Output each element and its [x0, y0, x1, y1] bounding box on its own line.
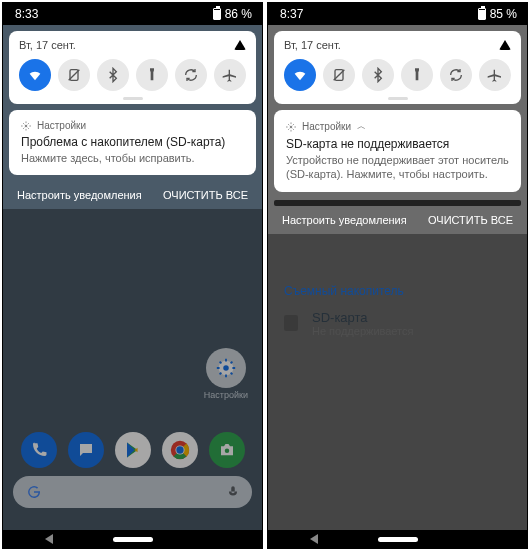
bluetooth-toggle[interactable]	[362, 59, 394, 91]
notification-card[interactable]: Настройки Проблема с накопителем (SD-кар…	[9, 110, 256, 175]
play-store-icon[interactable]	[115, 432, 151, 468]
rotate-toggle[interactable]	[440, 59, 472, 91]
qs-expand-handle[interactable]	[123, 97, 143, 100]
flashlight-toggle[interactable]	[401, 59, 433, 91]
svg-point-9	[176, 446, 183, 453]
status-time: 8:37	[280, 7, 303, 21]
clear-all-button[interactable]: ОЧИСТИТЬ ВСЕ	[163, 189, 248, 201]
manage-notifications-button[interactable]: Настроить уведомления	[282, 214, 407, 226]
home-app-label: Настройки	[204, 390, 248, 400]
wifi-toggle[interactable]	[284, 59, 316, 91]
phone-right: 8:37 85 % Вт, 17 сент. Настройки ︿ SD-ка…	[267, 2, 528, 549]
manage-notifications-button[interactable]: Настроить уведомления	[17, 189, 142, 201]
notification-actions: Настроить уведомления ОЧИСТИТЬ ВСЕ	[268, 206, 527, 234]
settings-app-icon	[21, 121, 31, 131]
svg-point-13	[290, 125, 293, 128]
nav-bar	[268, 530, 527, 548]
back-button[interactable]	[310, 534, 318, 544]
home-screen: Настройки	[3, 209, 262, 530]
notification-app-name: Настройки	[302, 121, 351, 132]
notification-body: Нажмите здесь, чтобы исправить.	[21, 151, 244, 165]
qs-expand-handle[interactable]	[388, 97, 408, 100]
bluetooth-toggle[interactable]	[97, 59, 129, 91]
status-battery: 85 %	[490, 7, 517, 21]
mic-icon[interactable]	[226, 485, 240, 499]
notification-actions: Настроить уведомления ОЧИСТИТЬ ВСЕ	[3, 181, 262, 209]
back-button[interactable]	[45, 534, 53, 544]
notification-title: Проблема с накопителем (SD-карта)	[21, 135, 244, 149]
storage-section-header: Съемный накопитель	[284, 284, 511, 298]
wifi-indicator-icon	[499, 40, 511, 50]
qs-date: Вт, 17 сент.	[284, 39, 341, 51]
svg-point-4	[223, 365, 229, 371]
settings-app-icon	[286, 122, 296, 132]
notification-card[interactable]: Настройки ︿ SD-карта не поддерживается У…	[274, 110, 521, 192]
phone-app-icon[interactable]	[21, 432, 57, 468]
status-bar: 8:37 85 %	[268, 3, 527, 25]
battery-icon	[213, 8, 221, 20]
camera-app-icon[interactable]	[209, 432, 245, 468]
notification-title: SD-карта не поддерживается	[286, 137, 509, 151]
quick-settings-panel: Вт, 17 сент.	[274, 31, 521, 104]
google-g-icon	[25, 483, 43, 501]
sd-card-title: SD-карта	[312, 310, 414, 325]
clear-all-button[interactable]: ОЧИСТИТЬ ВСЕ	[428, 214, 513, 226]
status-time: 8:33	[15, 7, 38, 21]
home-app-settings[interactable]: Настройки	[204, 348, 248, 400]
status-battery: 86 %	[225, 7, 252, 21]
settings-background: Съемный накопитель SD-карта Не поддержив…	[268, 234, 527, 530]
home-pill[interactable]	[113, 537, 153, 542]
sd-card-icon	[284, 315, 298, 331]
airplane-toggle[interactable]	[479, 59, 511, 91]
home-pill[interactable]	[378, 537, 418, 542]
airplane-toggle[interactable]	[214, 59, 246, 91]
svg-point-10	[224, 449, 229, 454]
search-bar[interactable]	[13, 476, 252, 508]
gear-icon	[215, 357, 237, 379]
notification-app-name: Настройки	[37, 120, 86, 131]
nav-bar	[3, 530, 262, 548]
data-toggle[interactable]	[58, 59, 90, 91]
wifi-toggle[interactable]	[19, 59, 51, 91]
rotate-toggle[interactable]	[175, 59, 207, 91]
dock	[3, 432, 262, 468]
chrome-icon[interactable]	[162, 432, 198, 468]
flashlight-toggle[interactable]	[136, 59, 168, 91]
sd-card-row[interactable]: SD-карта Не поддерживается	[284, 310, 511, 337]
phone-left: 8:33 86 % Вт, 17 сент. Настройки Проблем…	[2, 2, 263, 549]
data-toggle[interactable]	[323, 59, 355, 91]
battery-icon	[478, 8, 486, 20]
sd-card-subtitle: Не поддерживается	[312, 325, 414, 337]
quick-settings-panel: Вт, 17 сент.	[9, 31, 256, 104]
svg-point-2	[25, 124, 28, 127]
wifi-indicator-icon	[234, 40, 246, 50]
chevron-up-icon[interactable]: ︿	[357, 120, 366, 133]
qs-date: Вт, 17 сент.	[19, 39, 76, 51]
messages-app-icon[interactable]	[68, 432, 104, 468]
status-bar: 8:33 86 %	[3, 3, 262, 25]
notification-body: Устройство не поддерживает этот носитель…	[286, 153, 509, 182]
